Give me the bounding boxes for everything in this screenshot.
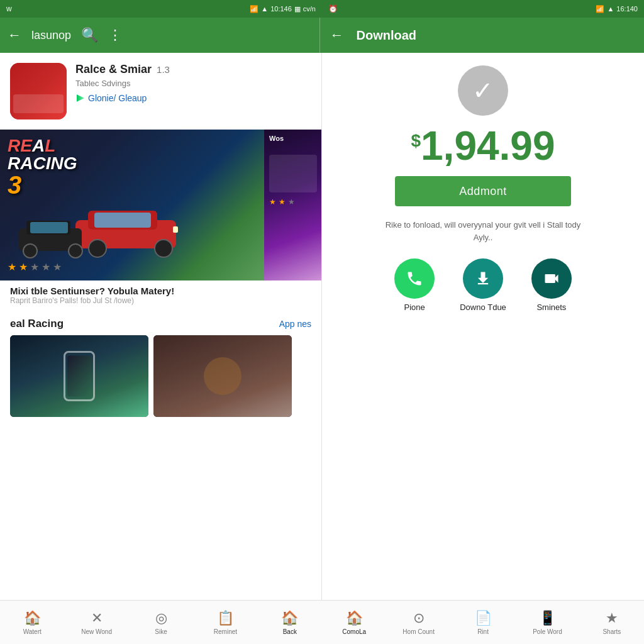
star-5: ★	[53, 261, 62, 273]
racing-bg: REAL RACING 3	[0, 130, 264, 280]
nav-item-sharts[interactable]: ★ Sharts	[580, 601, 644, 644]
status-bar-right: ⏰ 📶 ▲ 16:140	[322, 0, 644, 18]
right-panel: ✓ $ 1,94.99 Addmont Rike to fonload, wil…	[322, 53, 644, 600]
main-content: PRsL Ralce & Smiar 1.3 Tablec Sdvings	[0, 53, 644, 600]
back-icon: 🏠	[281, 610, 298, 626]
hom-count-icon: ⊙	[413, 610, 425, 626]
video-label: Sminets	[536, 303, 566, 312]
app-publisher: Tablec Sdvings	[75, 79, 311, 88]
nav-title-left: lasunop	[31, 29, 71, 42]
phone-label: Pione	[404, 303, 425, 312]
rint-label: Rint	[477, 628, 489, 635]
price-display: $ 1,94.99	[411, 126, 555, 166]
screenshot-strip: REAL RACING 3	[0, 130, 321, 280]
app-icon-phone: Pione	[394, 258, 435, 312]
status-bar-left: w 📶 ▲ 10:146 ▦ cv/n	[0, 0, 322, 18]
new-wond-icon: ✕	[91, 610, 103, 626]
price-main: 1,94.99	[421, 126, 555, 166]
app-store-link[interactable]: Glonie/ Gleaup	[75, 93, 311, 103]
time-left: 10:146	[270, 5, 292, 13]
add-button[interactable]: Addmont	[395, 176, 571, 206]
wifi-icon-left: 📶	[250, 5, 258, 13]
section-link[interactable]: App nes	[279, 319, 311, 329]
svg-rect-2	[94, 213, 151, 228]
description-text: Rike to fonload, will overyynal your gvi…	[376, 219, 590, 243]
search-button[interactable]: 🔍	[81, 27, 98, 43]
rint-icon: 📄	[475, 610, 492, 626]
signal-icon-left: ▲	[261, 5, 268, 13]
alarm-icon: ⏰	[328, 4, 338, 13]
phone-icon-circle[interactable]	[394, 258, 435, 299]
screenshot-thumb: Wos ★ ★ ★	[264, 130, 321, 280]
app-desc-card: Mixi tble Sentiunser? Yobula Matery! Rap…	[0, 280, 321, 310]
thumb-label: Wos	[269, 135, 284, 142]
status-bar-container: w 📶 ▲ 10:146 ▦ cv/n ⏰ 📶 ▲ 16:140	[0, 0, 644, 18]
svg-point-10	[69, 244, 82, 258]
watert-icon: 🏠	[24, 610, 41, 626]
nav-item-comola[interactable]: 🏠 ComoLa	[322, 601, 386, 644]
app-version: 1.3	[157, 64, 170, 75]
nav-item-sike[interactable]: ◎ Sike	[129, 601, 193, 644]
app-name: Ralce & Smiar	[75, 63, 152, 76]
phone-icon	[406, 270, 423, 287]
comola-icon: 🏠	[346, 610, 363, 626]
nav-right: ← Download	[320, 18, 645, 53]
nav-item-reminet[interactable]: 📋 Reminet	[193, 601, 257, 644]
video-icon	[543, 270, 560, 287]
app-header: PRsL Ralce & Smiar 1.3 Tablec Sdvings	[0, 53, 321, 130]
store-link-text: Glonie/ Gleaup	[88, 93, 147, 103]
app-icon: PRsL	[10, 63, 67, 119]
star-1: ★	[8, 261, 16, 273]
comola-label: ComoLa	[342, 628, 366, 635]
new-wond-label: New Wond	[81, 628, 112, 635]
nav-item-watert[interactable]: 🏠 Watert	[0, 601, 64, 644]
back-button-left[interactable]: ←	[8, 27, 21, 43]
check-icon: ✓	[472, 78, 494, 103]
star-2: ★	[19, 261, 28, 273]
back-button-right[interactable]: ←	[330, 27, 344, 43]
wifi-icon-right: 📶	[596, 5, 604, 13]
nav-item-back[interactable]: 🏠 Back	[258, 601, 322, 644]
svg-point-3	[89, 240, 106, 257]
app-icons-row: Pione Downо Tdue Sminets	[394, 258, 572, 312]
app-icon-download: Downо Tdue	[460, 258, 506, 312]
download-icon	[474, 270, 492, 287]
download-title: Download	[357, 28, 417, 43]
app-card-title: Mixi tble Sentiunser? Yobula Matery!	[10, 286, 311, 296]
game-logo: REAL RACING 3	[8, 137, 77, 197]
svg-rect-5	[173, 226, 178, 233]
download-icon-circle[interactable]	[463, 258, 503, 299]
price-dollar: $	[411, 131, 421, 151]
carrier-text: w	[6, 4, 12, 13]
more-button[interactable]: ⋮	[108, 27, 122, 43]
hom-count-label: Hom Count	[402, 628, 435, 635]
star-3: ★	[30, 261, 39, 273]
thumb-item-2	[153, 335, 292, 417]
sike-label: Sike	[155, 628, 167, 635]
rating-row: ★ ★ ★ ★ ★	[8, 261, 62, 273]
thumb-item-1	[10, 335, 148, 417]
svg-rect-8	[30, 222, 68, 233]
status-icons-right: 📶 ▲ 16:140	[596, 5, 638, 13]
nav-item-hom-count[interactable]: ⊙ Hom Count	[386, 601, 450, 644]
thumb-bg: Wos ★ ★ ★	[264, 130, 321, 280]
play-store-icon	[75, 93, 86, 103]
download-label: Downо Tdue	[460, 303, 506, 312]
section-title: eal Racing	[10, 318, 64, 330]
watert-label: Watert	[23, 628, 42, 635]
status-icons-left: 📶 ▲ 10:146 ▦ cv/n	[250, 5, 316, 13]
pole-word-icon: 📱	[539, 610, 556, 626]
screenshot-main: REAL RACING 3	[0, 130, 264, 280]
back-nav-label: Back	[283, 628, 297, 635]
app-card-sub: Raprit Bariro's Palls! fob Jul St /lowe)	[10, 296, 311, 305]
nav-left: ← lasunop 🔍 ⋮	[0, 18, 319, 53]
sim-text: cv/n	[303, 5, 316, 13]
left-panel: PRsL Ralce & Smiar 1.3 Tablec Sdvings	[0, 53, 322, 600]
video-icon-circle[interactable]	[531, 258, 572, 299]
bottom-nav: 🏠 Watert ✕ New Wond ◎ Sike 📋 Reminet 🏠 B…	[0, 600, 644, 644]
nav-item-rint[interactable]: 📄 Rint	[451, 601, 515, 644]
nav-bar: ← lasunop 🔍 ⋮ ← Download	[0, 18, 644, 53]
nav-item-new-wond[interactable]: ✕ New Wond	[64, 601, 128, 644]
nav-item-pole-word[interactable]: 📱 Pole Word	[515, 601, 579, 644]
section-header: eal Racing App nes	[0, 310, 321, 335]
